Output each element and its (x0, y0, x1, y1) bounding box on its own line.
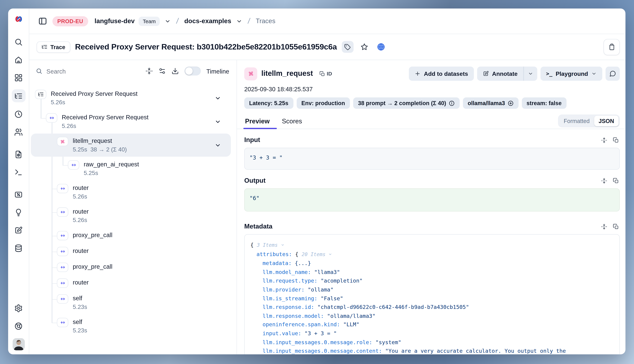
project-name[interactable]: docs-examples (184, 18, 231, 25)
annotate-button[interactable]: Annotate (477, 66, 523, 81)
collapse-section-icon[interactable] (601, 137, 607, 143)
span-icon (57, 208, 68, 217)
copy-id-button[interactable]: ID (319, 70, 332, 77)
tree-item-router[interactable]: router (31, 275, 231, 291)
observation-timestamp: 2025-09-30 18:48:25.537 (244, 86, 620, 92)
collapse-section-icon[interactable] (601, 178, 607, 184)
lightbulb-icon[interactable] (12, 206, 26, 218)
tree-item-received-proxy-server-request[interactable]: Received Proxy Server Request5.26s (31, 110, 231, 133)
metadata-label: Metadata (244, 223, 272, 230)
tree-item-proxy-pre-call[interactable]: proxy_pre_call (31, 260, 231, 275)
chevron-down-icon[interactable] (165, 18, 171, 24)
input-section-header: Input (244, 136, 620, 144)
dashboard-icon[interactable] (12, 72, 26, 84)
observation-badge[interactable]: ollama/llama3 (463, 98, 518, 109)
prompts-file-icon[interactable] (12, 148, 26, 160)
add-to-datasets-button[interactable]: Add to datasets (409, 66, 474, 81)
tabs-container: PreviewScores (244, 115, 313, 129)
copy-icon[interactable] (613, 137, 619, 143)
view-settings-icon[interactable] (158, 68, 166, 75)
annotation-pen-icon[interactable] (12, 224, 26, 236)
copy-icon[interactable] (613, 178, 619, 184)
home-icon[interactable] (12, 54, 26, 66)
app-window: PROD-EU langfuse-dev Team / docs-example… (8, 8, 625, 354)
users-icon[interactable] (12, 126, 26, 138)
annotate-dropdown-button[interactable] (524, 66, 537, 81)
span-icon (57, 278, 68, 288)
collapse-section-icon[interactable] (601, 224, 607, 230)
metadata-section-header: Metadata (244, 223, 620, 230)
panel-toggle-icon[interactable] (37, 15, 48, 27)
metadata-json-line[interactable]: attributes: { 20 Items (250, 250, 614, 259)
tree-item-router[interactable]: router5.26s (31, 180, 231, 204)
tree-item-label: self (73, 318, 87, 326)
chevron-down-icon[interactable] (215, 118, 227, 125)
tab-preview[interactable]: Preview (244, 115, 270, 129)
datasets-database-icon[interactable] (12, 242, 26, 254)
observation-name: litellm_request (261, 69, 313, 78)
trace-type-chip: Trace (37, 41, 70, 53)
breadcrumb-slash: / (176, 17, 179, 26)
metadata-json-line: openinference.span.kind: "LLM" (250, 320, 614, 329)
metadata-json-line: llm.request.type: "acompletion" (250, 276, 614, 285)
sidebar-item-tracing[interactable] (12, 89, 26, 102)
tag-button[interactable] (342, 41, 354, 53)
format-option-formatted[interactable]: Formatted (559, 116, 594, 126)
tree-toolbar: Timeline (29, 60, 237, 80)
tree-item-router[interactable]: router (31, 244, 231, 259)
generation-icon (57, 137, 68, 146)
span-icon (57, 184, 68, 193)
tree-item-label: proxy_pre_call (73, 230, 112, 239)
chevron-down-icon[interactable] (215, 142, 227, 148)
tree-item-received-proxy-server-request[interactable]: Received Proxy Server Request5.26s (31, 86, 231, 110)
fold-vertical-icon[interactable] (145, 68, 153, 75)
tree-item-litellm-request[interactable]: litellm_request5.25s 38 → 2 (Σ 40) (31, 134, 231, 157)
observation-badge: Latency: 5.25s (244, 98, 293, 109)
comments-button[interactable] (605, 66, 620, 81)
observation-badge: Env: production (296, 98, 350, 109)
info-icon[interactable] (449, 100, 455, 106)
copy-icon[interactable] (613, 224, 619, 230)
screen: PROD-EU langfuse-dev Team / docs-example… (0, 0, 634, 364)
timeline-toggle[interactable] (184, 66, 201, 76)
tree-item-self[interactable]: self5.23s (31, 291, 231, 314)
format-option-json[interactable]: JSON (594, 116, 618, 126)
annotate-button-group: Annotate (477, 66, 537, 81)
settings-gear-icon[interactable] (12, 302, 26, 314)
chevron-down-icon[interactable] (215, 95, 227, 101)
detail-actions: Add to datasets Annotate (409, 66, 620, 81)
chevron-down-icon[interactable] (236, 18, 242, 24)
observation-badge[interactable]: 38 prompt → 2 completion (Σ 40) (353, 98, 460, 109)
sessions-clock-icon[interactable] (12, 108, 26, 120)
metadata-json-line: llm.response.model: "ollama/llama3" (250, 312, 614, 320)
public-globe-icon[interactable] (375, 41, 387, 53)
detail-tabs: PreviewScores FormattedJSON (244, 114, 620, 129)
env-badge[interactable]: PROD-EU (52, 16, 88, 26)
download-icon[interactable] (171, 68, 179, 75)
litellm-knot-logo[interactable] (14, 14, 23, 24)
tree-item-raw-gen-ai-request[interactable]: raw_gen_ai_request5.25s (31, 157, 231, 180)
search-icon[interactable] (12, 36, 26, 48)
search-input[interactable] (46, 68, 140, 74)
tree-item-label: router (73, 246, 89, 255)
tree-item-self[interactable]: self5.23s (31, 314, 231, 338)
tree-search[interactable] (36, 68, 140, 75)
org-type-badge: Team (139, 16, 160, 26)
tree-item-router[interactable]: router5.26s (31, 204, 231, 227)
plus-circle-icon[interactable] (508, 100, 514, 106)
tab-scores[interactable]: Scores (281, 115, 303, 129)
tree-item-proxy-pre-call[interactable]: proxy_pre_call (31, 228, 231, 243)
breadcrumb-section[interactable]: Traces (256, 18, 275, 25)
breadcrumb-slash: / (247, 17, 251, 26)
user-avatar[interactable] (13, 338, 25, 350)
evaluators-percent-icon[interactable] (12, 188, 26, 200)
metadata-json-line[interactable]: { 3 Items (250, 240, 614, 250)
delete-trace-button[interactable] (604, 39, 620, 55)
star-button[interactable] (358, 41, 370, 53)
metadata-json-line: llm.is_streaming: "False" (250, 294, 614, 303)
playground-terminal-icon[interactable] (12, 166, 26, 178)
org-name[interactable]: langfuse-dev (95, 18, 135, 25)
metadata-json-line: llm.provider: "ollama" (250, 285, 614, 294)
support-lifebuoy-icon[interactable] (12, 320, 26, 332)
playground-button[interactable]: >_ Playground (540, 66, 602, 81)
